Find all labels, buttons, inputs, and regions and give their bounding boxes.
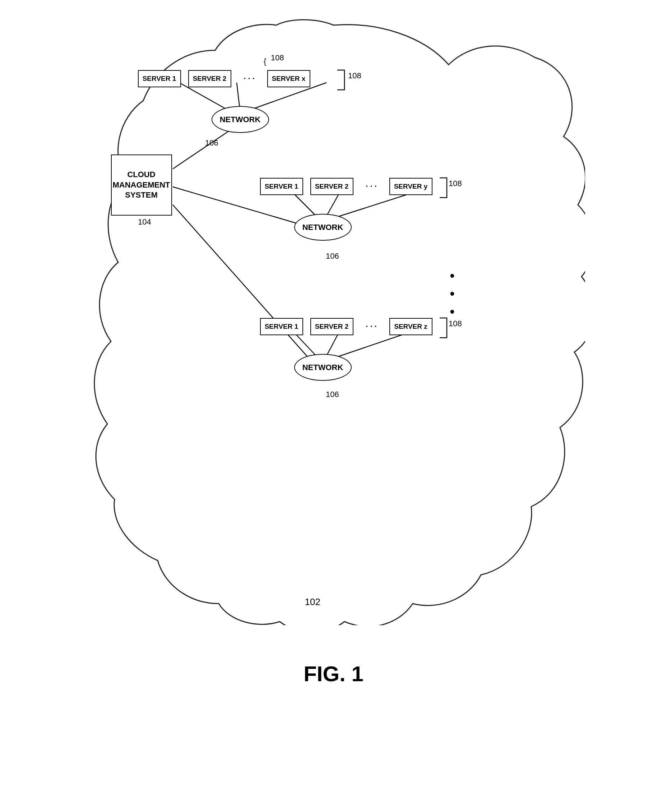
server-mid-1: SERVER 1 (260, 178, 303, 195)
server-bot-2: SERVER 2 (310, 318, 353, 335)
network-1-label: NETWORK (220, 115, 261, 124)
svg-text:108: 108 (449, 319, 462, 328)
server-bot-1: SERVER 1 (260, 318, 303, 335)
cms-label: CLOUDMANAGEMENTSYSTEM (113, 169, 170, 201)
server-top-2: SERVER 2 (188, 70, 231, 87)
server-mid-dots: · · · (361, 178, 382, 195)
network-ellipse-3: NETWORK (294, 354, 352, 381)
network-ellipse-2: NETWORK (294, 214, 352, 241)
network-3-label: NETWORK (302, 363, 343, 372)
network-2-label: NETWORK (302, 223, 343, 232)
network-ellipse-1: NETWORK (212, 106, 269, 133)
svg-text:•: • (450, 286, 455, 301)
svg-text:106: 106 (326, 251, 339, 261)
svg-text:104: 104 (138, 218, 151, 226)
svg-text:108: 108 (449, 179, 462, 188)
svg-text:•: • (450, 268, 455, 283)
svg-text:106: 106 (205, 138, 218, 147)
main-container: • • • 108 108 108 106 106 106 104 { 108 (0, 0, 667, 812)
server-top-x: SERVER x (267, 70, 310, 87)
server-top-dots: · · · (239, 70, 260, 87)
svg-text:{: { (264, 57, 266, 66)
cms-box: CLOUDMANAGEMENTSYSTEM (111, 154, 172, 216)
svg-text:108: 108 (271, 53, 284, 62)
diagram-area: • • • 108 108 108 106 106 106 104 { 108 (82, 14, 585, 697)
server-mid-2: SERVER 2 (310, 178, 353, 195)
fig-caption: FIG. 1 (304, 661, 363, 686)
server-top-1: SERVER 1 (138, 70, 181, 87)
server-bot-z: SERVER z (389, 318, 433, 335)
svg-text:106: 106 (326, 390, 339, 399)
server-mid-y: SERVER y (389, 178, 433, 195)
svg-text:108: 108 (348, 71, 361, 80)
cloud-ref-label: 102 (305, 596, 320, 608)
svg-line-0 (173, 126, 237, 169)
server-bot-dots: · · · (361, 318, 382, 335)
svg-text:•: • (450, 304, 455, 319)
